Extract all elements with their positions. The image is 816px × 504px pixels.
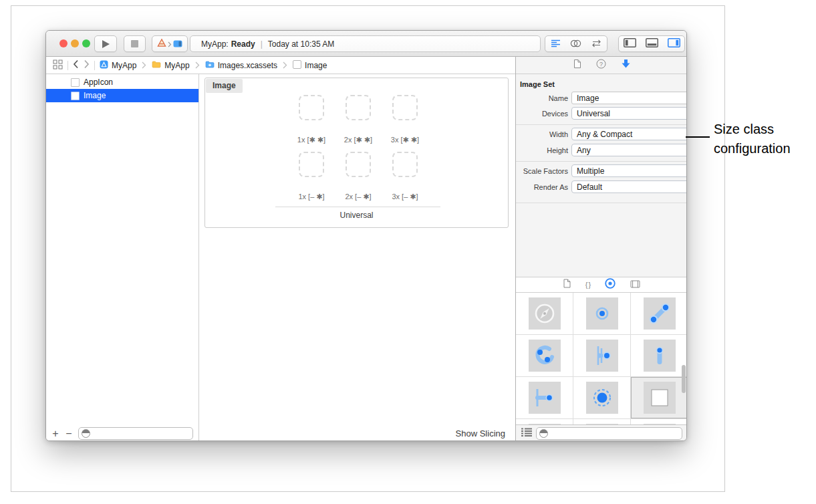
related-items-icon[interactable]: [53, 59, 63, 72]
zoom-button[interactable]: [82, 39, 90, 47]
divider: [67, 61, 68, 70]
scheme-selector[interactable]: [152, 35, 188, 52]
breadcrumb-item-project[interactable]: MyApp: [100, 60, 136, 71]
stop-icon: [131, 40, 138, 47]
add-button[interactable]: +: [49, 428, 62, 440]
inspector-panel-button[interactable]: [668, 38, 680, 50]
stop-button[interactable]: [124, 35, 146, 52]
show-slicing-button[interactable]: Show Slicing: [456, 428, 505, 438]
help-inspector-icon[interactable]: ?: [596, 59, 606, 72]
media-item-compass[interactable]: [516, 293, 573, 335]
asset-item-label: Image: [84, 91, 106, 100]
media-library-icon[interactable]: [630, 279, 640, 291]
media-item-swirl[interactable]: [516, 335, 573, 377]
white-square-image: [644, 382, 676, 414]
field-label: Devices: [516, 110, 568, 118]
compass-image: [529, 297, 561, 330]
asset-list-item-image[interactable]: Image: [46, 89, 198, 102]
back-button[interactable]: [73, 59, 79, 71]
media-item-funnel-dot[interactable]: [573, 335, 631, 377]
field-label: Scale Factors: [516, 167, 568, 175]
render-as-popup[interactable]: Default: [571, 180, 687, 193]
dumbbell-image: [644, 297, 676, 330]
library-filter-input[interactable]: [536, 427, 682, 440]
inspector-tab-bar: ?: [516, 57, 687, 74]
status-state: Ready: [231, 39, 255, 49]
image-slot-1x-compact-any[interactable]: [299, 152, 324, 177]
snippet-library-icon[interactable]: { }: [585, 281, 590, 289]
list-view-icon[interactable]: [521, 428, 532, 440]
image-slot-2x-compact-any[interactable]: [346, 152, 371, 177]
breadcrumb-label: MyApp: [164, 61, 189, 70]
scrollbar-thumb[interactable]: [682, 365, 686, 393]
media-item-partial[interactable]: [573, 419, 631, 424]
breadcrumb-item-image-set[interactable]: Image: [293, 60, 327, 71]
image-slot-1x-any-any[interactable]: [299, 95, 324, 120]
remove-button[interactable]: −: [62, 428, 76, 440]
editor-mode-control: [545, 35, 607, 52]
scale-factors-row: Scale Factors Multiple: [516, 164, 687, 177]
media-item-target-dot[interactable]: [573, 293, 631, 335]
view-control: [618, 35, 685, 52]
asset-list-item-appicon[interactable]: AppIcon: [46, 76, 198, 89]
media-item-dashed-circle[interactable]: [573, 377, 631, 419]
name-value: Image: [577, 94, 687, 103]
height-popup[interactable]: Any: [571, 144, 687, 156]
image-slot-3x-any-any[interactable]: [392, 95, 418, 120]
image-set-icon: [71, 92, 80, 100]
library-tab-bar: { }: [516, 277, 687, 293]
media-item-dumbbell[interactable]: [631, 293, 687, 335]
media-item-partial[interactable]: [631, 419, 687, 424]
popup-value: Any: [577, 146, 591, 155]
field-label: Render As: [516, 183, 568, 191]
breadcrumb-item-group[interactable]: MyApp: [152, 60, 189, 70]
callout-text-line1: Size class: [714, 120, 791, 139]
name-field[interactable]: Image: [571, 92, 687, 104]
height-row: Height Any: [516, 144, 687, 156]
version-editor-button[interactable]: [591, 38, 602, 50]
forward-button[interactable]: [84, 59, 90, 71]
image-slot-3x-compact-any[interactable]: [392, 152, 418, 177]
devices-popup[interactable]: Universal: [571, 107, 687, 120]
image-set-icon: [71, 78, 80, 87]
media-item-white-square[interactable]: [631, 377, 687, 419]
assistant-editor-button[interactable]: [570, 38, 581, 50]
debug-panel-button[interactable]: [646, 38, 658, 50]
breadcrumb-item-asset-catalog[interactable]: Images.xcassets: [205, 60, 277, 70]
file-inspector-icon[interactable]: [573, 59, 581, 72]
file-template-library-icon[interactable]: [563, 279, 571, 291]
image-slot-2x-any-any[interactable]: [346, 95, 371, 120]
field-label: Name: [516, 94, 568, 102]
idiom-label: Universal: [205, 211, 508, 220]
play-icon: [102, 40, 110, 48]
minimize-button[interactable]: [71, 39, 79, 47]
object-library-icon[interactable]: [605, 278, 616, 291]
editor-bottom-bar: Show Slicing: [199, 425, 515, 441]
breadcrumb-label: Image: [305, 61, 327, 70]
asset-navigator: AppIcon Image: [46, 74, 199, 425]
popup-value: Any & Compact: [577, 130, 632, 139]
navigator-panel-button[interactable]: [624, 38, 636, 50]
scale-factors-popup[interactable]: Multiple: [571, 164, 687, 177]
media-item-line-dot[interactable]: [516, 377, 573, 419]
media-item-pin[interactable]: [631, 335, 687, 377]
screenshot-canvas: MyApp: Ready | Today at 10:35 AM: [0, 0, 816, 504]
standard-editor-button[interactable]: [551, 38, 561, 50]
asset-filter-input[interactable]: [78, 427, 193, 440]
folder-icon: [152, 60, 161, 70]
callout-line: [686, 136, 710, 138]
close-button[interactable]: [59, 39, 67, 47]
activity-view: MyApp: Ready | Today at 10:35 AM: [190, 35, 541, 52]
quick-help-inspector-icon[interactable]: [621, 59, 631, 72]
status-app-name: MyApp:: [201, 39, 229, 49]
callout-text: Size class configuration: [714, 120, 791, 158]
image-set-tab: Image: [206, 79, 243, 93]
target-dot-image: [586, 297, 618, 330]
devices-row: Devices Universal: [516, 107, 687, 120]
width-popup[interactable]: Any & Compact: [571, 128, 687, 140]
run-button[interactable]: [94, 35, 117, 52]
media-item-partial[interactable]: [516, 419, 573, 424]
divider: [516, 161, 687, 162]
chevron-right-icon: [168, 38, 172, 50]
slot-label: 3x [✱ ✱]: [380, 136, 430, 144]
